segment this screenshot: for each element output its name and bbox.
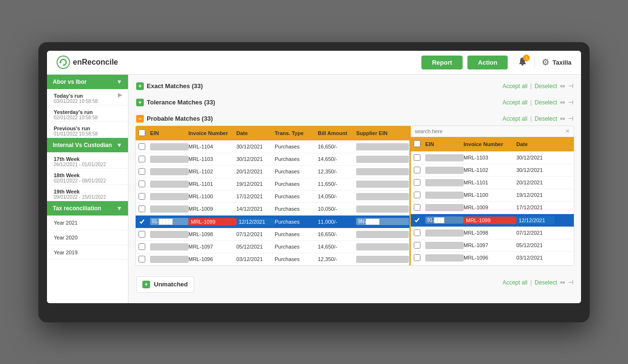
settings-icon[interactable]: ⚙	[542, 57, 549, 68]
arrow-right-icon: ▶	[118, 91, 122, 98]
exact-matches-deselect[interactable]: Deselect	[535, 83, 557, 90]
row-checkbox[interactable]	[139, 181, 145, 187]
right-row-checkbox[interactable]	[414, 154, 420, 161]
sidebar-item-17th[interactable]: 17th Week 26/12/2021 - 01/01/2022	[47, 152, 128, 169]
unmatched-arrows-icon[interactable]: ⇔	[560, 279, 565, 286]
row-checkbox[interactable]	[139, 256, 145, 262]
right-row-checkbox[interactable]	[414, 179, 420, 186]
unmatched-end-icon[interactable]: ⊣	[568, 279, 573, 286]
sidebar-item-19th[interactable]: 19th Week 09/01/2022 - 15/01/2022	[47, 185, 128, 201]
table-row[interactable]: 91-████████ MRL-1102 20/12/2021 Purchase…	[136, 165, 409, 178]
header-invoice: Invoice Number	[188, 130, 236, 136]
table-row-selected[interactable]: 91-████ MRL-1099 12/12/2021 Purchases 11…	[136, 215, 409, 228]
right-header-ein: EIN	[425, 141, 464, 147]
action-button[interactable]: Action	[467, 56, 508, 69]
logo-text: enReconcile	[73, 58, 118, 67]
right-row-checkbox[interactable]	[414, 242, 420, 249]
right-row-checkbox[interactable]	[414, 204, 420, 211]
tolerance-matches-arrows-icon[interactable]: ⇔	[560, 99, 565, 106]
probable-matches-collapse[interactable]: −	[136, 115, 144, 123]
right-table-row[interactable]: 91-███ MRL-1102 30/12/2021	[411, 164, 574, 176]
right-table-row[interactable]: 91-███ MRL-1100 19/12/2021	[411, 189, 574, 201]
sidebar-item-yesterdays-run[interactable]: Yesterday's run 02/01/2022 10:58:58	[47, 105, 128, 122]
tolerance-matches-header-row: + Tolerance Matches (33) Accept all | De…	[135, 96, 574, 109]
right-row-checkbox[interactable]	[414, 167, 420, 173]
tolerance-matches-label: + Tolerance Matches (33)	[136, 99, 215, 106]
probable-matches-panels: EIN Invoice Number Date Trans. Type Bill…	[135, 125, 574, 266]
sidebar-item-todays-run[interactable]: Today's run 03/01/2022 10:58:58 ▶	[47, 89, 128, 105]
probable-matches-deselect[interactable]: Deselect	[535, 115, 557, 122]
probable-matches-end-icon[interactable]: ⊣	[568, 115, 573, 122]
tolerance-matches-expand[interactable]: +	[136, 99, 144, 106]
row-checkbox[interactable]	[139, 231, 145, 238]
row-checkbox[interactable]	[139, 143, 145, 150]
right-table-row[interactable]: 91-███ MRL-1103 30/12/2021	[411, 151, 574, 164]
sidebar-section-tax[interactable]: Tax reconciliation ▼	[47, 201, 128, 216]
row-checkbox[interactable]	[139, 156, 145, 162]
sidebar-section-internal[interactable]: Internal Vs Custodian ▼	[47, 138, 128, 152]
probable-matches-label: − Probable Matches (33)	[136, 115, 213, 123]
header-supplier-ein: Supplier EIN	[356, 130, 409, 136]
close-icon[interactable]: ✕	[565, 128, 570, 135]
unmatched-deselect[interactable]: Deselect	[535, 279, 557, 286]
row-checkbox[interactable]	[139, 193, 145, 200]
sidebar-item-18th[interactable]: 18th Week 02/01/2022 - 08/01/2022	[47, 169, 128, 185]
select-all-checkbox-right[interactable]	[414, 140, 420, 147]
exact-matches-arrows-icon[interactable]: ⇔	[560, 82, 565, 90]
right-table-row[interactable]: 91-███ MRL-1009 17/12/2021	[411, 201, 574, 214]
tolerance-matches-actions: Accept all | Deselect ⇔ ⊣	[502, 99, 573, 106]
unmatched-expand[interactable]: +	[142, 281, 150, 288]
tolerance-matches-deselect[interactable]: Deselect	[535, 99, 557, 106]
table-row[interactable]: 91-████████ MRL-1104 30/12/2021 Purchase…	[136, 140, 409, 153]
tolerance-matches-end-icon[interactable]: ⊣	[568, 99, 573, 106]
chevron-down-icon: ▼	[116, 79, 122, 85]
exact-matches-header-row: + Exact Matches (33) Accept all | Desele…	[135, 80, 574, 93]
table-row[interactable]: 91-████████ MRL-1101 19/12/2021 Purchase…	[136, 178, 409, 190]
sidebar-item-year2021[interactable]: Year 2021	[47, 216, 128, 230]
right-row-checkbox[interactable]	[414, 229, 420, 236]
right-table-header: EIN Invoice Number Date	[411, 137, 574, 151]
row-checkbox[interactable]	[139, 168, 145, 175]
notification-badge: 1	[523, 55, 530, 61]
probable-matches-accept-all[interactable]: Accept all	[502, 115, 527, 122]
sidebar-item-year2020[interactable]: Year 2020	[47, 230, 128, 245]
settings-user-area: ⚙ Taxilla	[535, 57, 571, 68]
probable-matches-arrows-icon[interactable]: ⇔	[560, 115, 565, 122]
exact-matches-expand[interactable]: +	[136, 82, 144, 90]
table-row[interactable]: 91-████████ MRL-1100 17/12/2021 Purchase…	[136, 190, 409, 203]
table-row[interactable]: 91-████████ MRL-1103 30/12/2021 Purchase…	[136, 153, 409, 165]
tolerance-matches-accept-all[interactable]: Accept all	[502, 99, 527, 106]
left-panel: EIN Invoice Number Date Trans. Type Bill…	[136, 126, 411, 265]
table-row[interactable]: 91-████████ MRL-1009 14/12/2021 Purchase…	[136, 203, 409, 215]
right-table-row-selected[interactable]: 91-███ MRL-1099 12/12/2021	[411, 214, 574, 227]
right-table-row[interactable]: 91-███ MRL-1101 20/12/2021	[411, 176, 574, 189]
report-button[interactable]: Report	[421, 56, 463, 69]
row-checkbox-selected[interactable]	[139, 218, 145, 225]
table-row[interactable]: 91-████████ MRL-1096 03/12/2021 Purchase…	[136, 253, 409, 265]
right-table-row[interactable]: 91-███ MRL-1098 07/12/2021	[411, 227, 574, 239]
right-row-checkbox[interactable]	[414, 254, 420, 261]
table-row[interactable]: 91-████████ MRL-1097 05/12/2021 Purchase…	[136, 240, 409, 253]
exact-matches-accept-all[interactable]: Accept all	[502, 83, 527, 90]
right-header-date: Date	[516, 141, 555, 147]
row-checkbox[interactable]	[139, 243, 145, 250]
sidebar-section-abor[interactable]: Abor vs Ibor ▼	[47, 75, 128, 89]
search-input[interactable]	[415, 128, 563, 134]
sidebar-item-year2019[interactable]: Year 2019	[47, 245, 128, 260]
right-row-checkbox-selected[interactable]	[414, 217, 420, 224]
notification-icon[interactable]: 1	[517, 57, 528, 68]
right-row-checkbox[interactable]	[414, 192, 420, 198]
right-table-row[interactable]: 91-███ MRL-1097 05/12/2021	[411, 239, 574, 251]
select-all-checkbox-left[interactable]	[139, 129, 145, 136]
right-table-row[interactable]: 91-███ MRL-1096 03/12/2021	[411, 251, 574, 264]
row-checkbox[interactable]	[139, 205, 145, 212]
tolerance-matches-section: + Tolerance Matches (33) Accept all | De…	[135, 96, 574, 109]
header-bill-amount: Bill Amount	[318, 130, 356, 136]
table-row[interactable]: 91-████████ MRL-1098 07/12/2021 Purchase…	[136, 228, 409, 240]
right-panel: ✕ EIN Invoice Number Date	[411, 126, 574, 265]
exact-matches-end-icon[interactable]: ⊣	[568, 82, 573, 90]
sidebar-item-previouss-run[interactable]: Previous's run 01/01/2022 10:58:58	[47, 122, 128, 138]
header-trans-type: Trans. Type	[275, 130, 318, 136]
unmatched-accept-all[interactable]: Accept all	[502, 279, 527, 286]
header-ein: EIN	[150, 130, 188, 136]
